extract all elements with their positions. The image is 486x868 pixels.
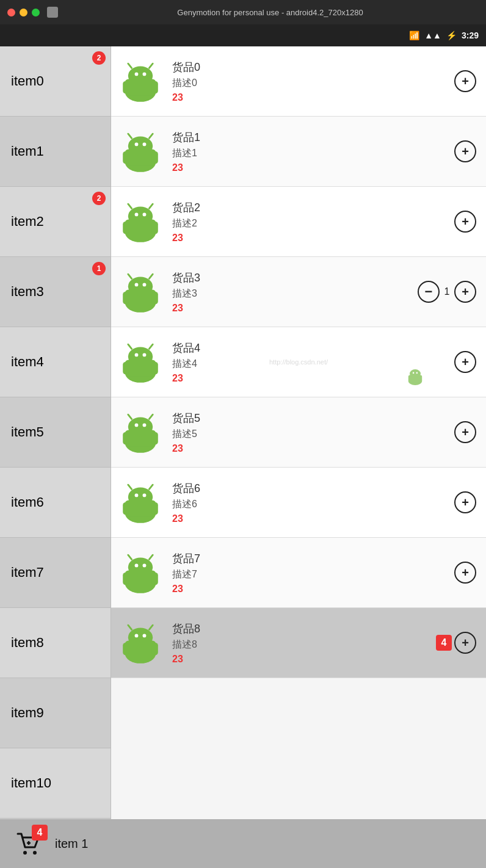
svg-point-86 bbox=[23, 851, 27, 855]
sidebar-item-item5[interactable]: item5 bbox=[0, 397, 111, 468]
list-item: 货品8 描述8 23 4 + bbox=[111, 608, 486, 678]
svg-line-23 bbox=[128, 204, 132, 208]
minimize-button[interactable] bbox=[20, 9, 27, 16]
sidebar-item-item9[interactable]: item9 bbox=[0, 678, 111, 748]
item-info-6: 货品6 描述6 23 bbox=[172, 481, 447, 524]
sidebar-item3-label: item3 bbox=[11, 284, 44, 300]
sidebar-item10-label: item10 bbox=[11, 775, 51, 791]
item-price-6: 23 bbox=[172, 513, 447, 524]
product-image-3 bbox=[116, 267, 165, 316]
action-area-3: − 1 + bbox=[418, 281, 476, 303]
item-info-1: 货品1 描述1 23 bbox=[172, 130, 447, 173]
sidebar-item0-badge: 2 bbox=[92, 51, 106, 65]
add-button-0[interactable]: + bbox=[454, 70, 476, 92]
svg-rect-84 bbox=[123, 643, 129, 655]
svg-line-33 bbox=[149, 274, 153, 278]
sidebar-item-item0[interactable]: item0 2 bbox=[0, 46, 111, 117]
add-button-4[interactable]: + bbox=[454, 351, 476, 373]
svg-line-83 bbox=[149, 625, 153, 629]
svg-rect-7 bbox=[123, 81, 129, 93]
close-button[interactable] bbox=[7, 9, 15, 16]
item-info-7: 货品7 描述7 23 bbox=[172, 551, 447, 595]
svg-point-87 bbox=[33, 851, 37, 855]
add-button-3[interactable]: + bbox=[454, 281, 476, 303]
add-button-1[interactable]: + bbox=[454, 140, 476, 162]
sidebar-item-item4[interactable]: item4 bbox=[0, 327, 111, 397]
svg-line-14 bbox=[128, 134, 132, 138]
svg-rect-85 bbox=[152, 643, 158, 655]
window-title: Genymotion for personal use - android4.2… bbox=[62, 8, 479, 17]
action-area-6: + bbox=[454, 491, 476, 513]
svg-point-21 bbox=[135, 213, 139, 217]
cart-icon-wrap[interactable]: 4 bbox=[12, 827, 45, 860]
svg-rect-25 bbox=[123, 222, 129, 234]
svg-line-5 bbox=[128, 63, 132, 68]
add-button-6[interactable]: + bbox=[454, 491, 476, 513]
product-image-1 bbox=[116, 127, 165, 176]
list-item: 货品4 描述4 23 http://blog.csdn.net/ + bbox=[111, 327, 486, 397]
bottom-label: item 1 bbox=[55, 837, 88, 851]
add-button-2[interactable]: + bbox=[454, 211, 476, 233]
sidebar-item1-label: item1 bbox=[11, 143, 44, 159]
add-button-5[interactable]: + bbox=[454, 421, 476, 443]
svg-line-65 bbox=[149, 485, 153, 489]
svg-line-74 bbox=[149, 555, 153, 559]
sidebar-item-item6[interactable]: item6 bbox=[0, 468, 111, 538]
svg-line-32 bbox=[128, 274, 132, 278]
item-info-0: 货品0 描述0 23 bbox=[172, 60, 447, 103]
svg-point-62 bbox=[135, 494, 139, 497]
bottom-bar: 4 item 1 bbox=[0, 819, 486, 868]
minus-button-3[interactable]: − bbox=[418, 281, 440, 303]
svg-point-13 bbox=[143, 143, 147, 146]
svg-point-63 bbox=[143, 494, 147, 497]
action-area-7: + bbox=[454, 562, 476, 584]
sidebar-item-item10[interactable]: item10 bbox=[0, 748, 111, 819]
product-image-7 bbox=[116, 548, 165, 597]
svg-rect-57 bbox=[123, 432, 129, 444]
list-item: 货品0 描述0 23 + bbox=[111, 46, 486, 117]
svg-line-82 bbox=[128, 625, 132, 629]
sidebar-item-item7[interactable]: item7 bbox=[0, 538, 111, 608]
svg-point-47 bbox=[410, 369, 421, 378]
item-name-3: 货品3 bbox=[172, 270, 410, 285]
svg-point-70 bbox=[128, 558, 153, 577]
item-info-3: 货品3 描述3 23 bbox=[172, 270, 410, 314]
sidebar-item2-label: item2 bbox=[11, 214, 44, 230]
item-name-2: 货品2 bbox=[172, 200, 447, 215]
sidebar-item-item2[interactable]: item2 2 bbox=[0, 187, 111, 257]
item-name-5: 货品5 bbox=[172, 411, 447, 425]
item-info-2: 货品2 描述2 23 bbox=[172, 200, 447, 244]
sidebar-item-item3[interactable]: item3 1 bbox=[0, 257, 111, 327]
svg-line-41 bbox=[128, 344, 132, 349]
traffic-lights bbox=[7, 9, 40, 16]
add-button-7[interactable]: + bbox=[454, 562, 476, 584]
sidebar-item-item8[interactable]: item8 bbox=[0, 608, 111, 678]
svg-point-80 bbox=[135, 634, 139, 638]
add-button-8[interactable]: + bbox=[454, 632, 476, 654]
svg-rect-8 bbox=[152, 81, 158, 93]
sidebar-item-item1[interactable]: item1 bbox=[0, 117, 111, 187]
svg-point-53 bbox=[135, 424, 139, 427]
item-desc-0: 描述0 bbox=[172, 77, 447, 90]
item-name-1: 货品1 bbox=[172, 130, 447, 145]
svg-point-4 bbox=[143, 73, 147, 76]
android-status-bar: 📶 ▲▲ ⚡ 3:29 bbox=[0, 24, 486, 46]
maximize-button[interactable] bbox=[32, 9, 40, 16]
svg-point-54 bbox=[143, 424, 147, 427]
svg-point-81 bbox=[143, 634, 147, 638]
sidebar-item0-label: item0 bbox=[11, 73, 44, 89]
svg-point-29 bbox=[128, 277, 153, 297]
svg-point-12 bbox=[135, 143, 139, 146]
svg-line-15 bbox=[149, 134, 153, 138]
item-name-6: 货品6 bbox=[172, 481, 447, 496]
svg-rect-75 bbox=[123, 573, 129, 585]
svg-rect-43 bbox=[123, 362, 129, 374]
svg-point-72 bbox=[143, 564, 147, 568]
sidebar: item0 2 item1 item2 2 item3 1 item4 item… bbox=[0, 46, 111, 868]
svg-point-49 bbox=[416, 372, 418, 374]
list-item: 货品6 描述6 23 + bbox=[111, 468, 486, 538]
title-bar: Genymotion for personal use - android4.2… bbox=[0, 0, 486, 24]
svg-point-39 bbox=[135, 353, 139, 357]
small-android-icon bbox=[405, 366, 425, 386]
product-image-0 bbox=[116, 57, 165, 106]
